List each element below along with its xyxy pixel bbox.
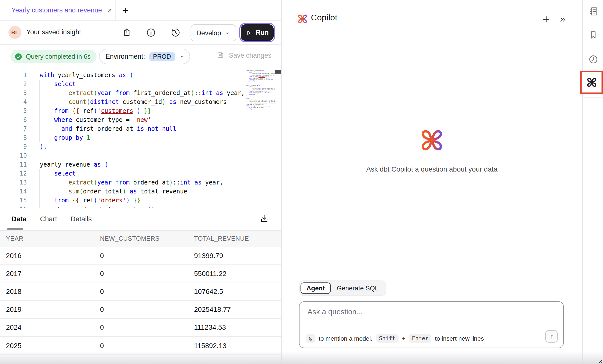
line-number: 11 (0, 160, 27, 169)
rail-divider (583, 48, 603, 48)
environment-value-chip: PROD (149, 52, 175, 61)
minimap[interactable]: with yearly_customers as ( select extrac… (246, 70, 275, 207)
code-line: extract(year from ordered_at)::int as ye… (40, 178, 246, 187)
table-cell: 115892.13 (194, 341, 281, 349)
resize-handle[interactable] (598, 359, 603, 364)
table-cell: 91399.79 (194, 251, 281, 259)
column-header-year[interactable]: YEAR (0, 235, 100, 242)
copilot-question-box: @ to mention a model, Shift + Enter to i… (299, 301, 564, 348)
code-line: group by 1 (40, 133, 246, 142)
table-cell: 2025418.77 (194, 305, 281, 313)
table-cell: 2019 (0, 305, 100, 313)
new-tab-button[interactable] (121, 6, 130, 15)
arrow-up-icon (549, 333, 554, 339)
column-header-new-customers[interactable]: NEW_CUSTOMERS (100, 235, 194, 242)
tab-data[interactable]: Data (11, 215, 27, 223)
copilot-icon-active[interactable] (580, 71, 603, 94)
info-icon[interactable] (145, 26, 157, 38)
tab-bar: Yearly customers and revenue (0, 0, 281, 21)
table-cell: 2017 (0, 270, 100, 277)
line-number: 9 (0, 142, 27, 151)
tab-yearly-customers-and-revenue[interactable]: Yearly customers and revenue (11, 0, 112, 20)
close-icon[interactable] (107, 7, 112, 13)
enter-key: Enter (409, 334, 431, 343)
code-line: extract(year from first_ordered_at)::int… (40, 89, 246, 97)
line-number: 4 (0, 97, 27, 106)
table-row[interactable]: 20240111234.53 (0, 319, 281, 337)
copilot-empty-text: Ask dbt Copilot a question about your da… (282, 165, 582, 173)
rail-divider (583, 97, 603, 98)
line-number: 5 (0, 106, 27, 115)
table-row[interactable]: 201902025418.77 (0, 301, 281, 318)
results-tabs: Data Chart Details (11, 208, 92, 230)
code-line: from {{ ref('orders') }} (40, 196, 246, 205)
at-key: @ (306, 334, 315, 343)
save-changes-button[interactable]: Save changes (216, 51, 271, 60)
history-clock-icon[interactable] (583, 54, 603, 65)
line-number: 6 (0, 115, 27, 124)
mode-agent-button[interactable]: Agent (301, 282, 331, 294)
copilot-icon (586, 77, 597, 88)
code-line: order by 1 (246, 108, 275, 110)
code-line: select (40, 169, 246, 178)
save-icon (216, 51, 225, 60)
save-changes-label: Save changes (229, 51, 271, 59)
download-icon[interactable] (259, 213, 270, 224)
editor-scrollbar-thumb[interactable] (275, 70, 281, 74)
tab-title: Yearly customers and revenue (11, 6, 102, 14)
play-icon (246, 30, 252, 36)
tab-chart[interactable]: Chart (40, 215, 57, 223)
table-cell: 550011.22 (194, 270, 281, 277)
mode-generate-sql-button[interactable]: Generate SQL (331, 283, 385, 293)
rail-divider (583, 23, 603, 23)
tab-details[interactable]: Details (70, 215, 92, 223)
code-line: from {{ ref('customers') }} (40, 106, 246, 115)
line-number: 10 (0, 151, 27, 160)
dbt-copilot-logo-icon (297, 13, 308, 24)
chevron-down-icon (224, 30, 231, 36)
history-icon[interactable] (169, 26, 181, 38)
active-tab-indicator (7, 228, 23, 230)
code-line: yearly_revenue as ( (40, 160, 246, 169)
line-number: 14 (0, 187, 27, 196)
send-button[interactable] (545, 330, 558, 343)
code-line: select (40, 80, 246, 89)
bookmark-icon[interactable] (583, 30, 603, 40)
copilot-mode-toggle: Agent Generate SQL (299, 280, 386, 296)
query-status-text: Query completed in 6s (26, 53, 91, 60)
dbt-insight-workspace: Yearly customers and revenue BL Your sav… (0, 0, 603, 364)
table-cell: 0 (100, 341, 194, 349)
environment-selector[interactable]: Environment: PROD (99, 49, 190, 64)
input-hint: @ to mention a model, Shift + Enter to i… (306, 334, 484, 343)
line-number: 13 (0, 178, 27, 187)
table-cell: 0 (100, 251, 194, 259)
editor-pane: Yearly customers and revenue BL Your sav… (0, 0, 282, 364)
line-number: 7 (0, 124, 27, 133)
run-label: Run (256, 29, 269, 36)
table-cell: 0 (100, 270, 194, 277)
line-number: 8 (0, 133, 27, 142)
table-row[interactable]: 2016091399.79 (0, 247, 281, 265)
share-icon[interactable] (121, 26, 133, 38)
code-line: count(distinct customer_id) as new_custo… (40, 97, 246, 106)
run-button[interactable]: Run (241, 24, 274, 41)
table-row[interactable]: 20250115892.13 (0, 337, 281, 355)
notebook-icon[interactable] (583, 6, 603, 16)
table-cell: 111234.53 (194, 323, 281, 331)
collapse-panel-icon[interactable] (559, 15, 567, 24)
table-body: 2016091399.7920170550011.2220180107642.5… (0, 247, 281, 355)
column-header-total-revenue[interactable]: TOTAL_REVENUE (194, 235, 281, 242)
shift-key: Shift (376, 334, 398, 343)
new-chat-icon[interactable] (542, 15, 551, 24)
sql-editor[interactable]: 12345678910111213141516 with yearly_cust… (0, 69, 281, 208)
insight-toolbar: BL Your saved insight Develop Run (0, 20, 281, 45)
code-line: with yearly_customers as ( (40, 71, 246, 80)
table-row[interactable]: 20180107642.5 (0, 283, 281, 301)
develop-dropdown[interactable]: Develop (191, 24, 236, 41)
question-input[interactable] (306, 306, 547, 328)
line-number: 3 (0, 89, 27, 97)
develop-label: Develop (196, 29, 221, 37)
table-row[interactable]: 20170550011.22 (0, 265, 281, 282)
copilot-title: Copilot (311, 13, 337, 23)
table-cell: 2018 (0, 287, 100, 295)
